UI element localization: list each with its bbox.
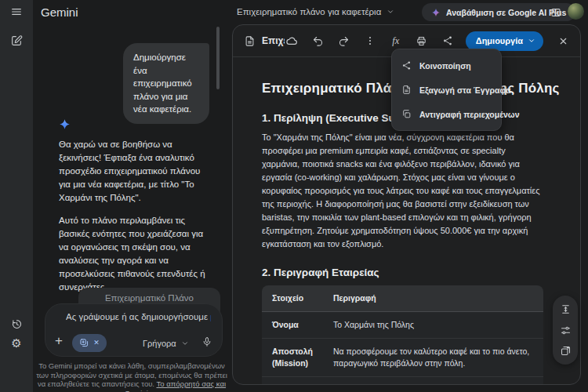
- table-header-row: Στοιχείο Περιγραφή: [262, 285, 543, 312]
- table-row-label: Αποστολή (Mission): [262, 339, 323, 377]
- cloud-save-button[interactable]: [285, 33, 300, 49]
- redo-button[interactable]: [336, 33, 352, 49]
- share-icon: [401, 60, 412, 71]
- text-length-icon: [560, 303, 572, 315]
- share-icon: [442, 35, 453, 46]
- cloud-icon: [285, 34, 299, 48]
- print-button[interactable]: [414, 33, 430, 49]
- share-menu: Κοινοποίηση Εξαγωγή στα Έγγραφα Αντιγραφ…: [391, 49, 502, 131]
- doc-paragraph: Το "Χαρμάνι της Πόλης" είναι μια νέα, σύ…: [262, 131, 543, 251]
- chevron-down-icon: [387, 8, 394, 16]
- more-vert-icon: [365, 35, 376, 46]
- redo-icon: [338, 35, 350, 47]
- docs-file-icon: [401, 85, 412, 95]
- app-logo: Gemini: [41, 5, 78, 19]
- response-paragraph: Θα χαρώ να σε βοηθήσω να ξεκινήσεις! Έφτ…: [59, 138, 212, 205]
- conversation-title-dropdown[interactable]: Επιχειρηματικό πλάνο για καφετέρια: [237, 0, 394, 24]
- canvas-icon: [79, 338, 89, 348]
- archive-button[interactable]: [548, 5, 564, 20]
- chevron-down-icon: [181, 339, 189, 347]
- mic-button[interactable]: [198, 333, 216, 350]
- undo-button[interactable]: [310, 33, 326, 49]
- close-canvas-button[interactable]: [555, 33, 571, 49]
- adjust-length-button[interactable]: [558, 303, 572, 317]
- canvas-title: Επιχειρηματικό Πλάνο...: [262, 35, 285, 46]
- fx-icon: fx: [392, 35, 399, 47]
- canvas-edit-toolbar: [553, 296, 578, 365]
- create-button-label: Δημιουργία: [476, 36, 523, 45]
- refine-button[interactable]: fx: [388, 33, 404, 49]
- menu-item-copy-contents[interactable]: Αντιγραφή περιεχομένων: [392, 102, 501, 126]
- more-options-button[interactable]: [362, 33, 378, 49]
- gemini-app: ⚙ Gemini Επιχειρηματικό πλάνο για καφετέ…: [0, 0, 588, 392]
- model-sparkle-icon: [59, 118, 71, 130]
- hamburger-icon: [10, 5, 23, 18]
- history-icon: [11, 318, 23, 330]
- table-row-value: Να επεκταθούμε σε 5 σημεία πώλησης εντός…: [323, 377, 543, 385]
- table-header-cell: Περιγραφή: [323, 285, 543, 312]
- tune-button[interactable]: [558, 323, 572, 337]
- gear-icon: ⚙: [11, 337, 21, 349]
- new-chat-button[interactable]: [8, 32, 25, 49]
- gemini-sparkle-icon: [431, 8, 441, 17]
- document-icon: [244, 35, 256, 47]
- prompt-input[interactable]: [66, 312, 211, 321]
- table-row-value: Να προσφέρουμε τον καλύτερο καφέ και το …: [323, 339, 543, 377]
- history-button[interactable]: [8, 315, 25, 332]
- nav-rail: ⚙: [0, 0, 33, 392]
- model-mode-label: Γρήγορα: [143, 339, 176, 348]
- table-header-cell: Στοιχείο: [262, 285, 323, 312]
- table-row: Αποστολή (Mission) Να προσφέρουμε τον κα…: [262, 339, 543, 377]
- tune-icon: [560, 325, 572, 336]
- top-bar: Gemini Επιχειρηματικό πλάνο για καφετέρι…: [33, 0, 588, 24]
- close-icon: [558, 36, 568, 46]
- share-button[interactable]: [440, 33, 456, 49]
- main-menu-button[interactable]: [8, 3, 25, 20]
- company-table: Στοιχείο Περιγραφή Όνομα Το Χαρμάνι της …: [262, 285, 543, 384]
- suggest-edits-button[interactable]: [558, 344, 572, 358]
- printer-icon: [416, 35, 427, 47]
- account-avatar[interactable]: [568, 3, 584, 20]
- chat-scrollbar[interactable]: [216, 27, 220, 89]
- disclaimer: Το Gemini μπορεί να κάνει λάθη, συμπεριλ…: [34, 361, 229, 392]
- table-row-label: Όνομα: [262, 312, 323, 339]
- prompt-composer: [45, 303, 223, 357]
- settings-button[interactable]: ⚙: [8, 334, 25, 351]
- doc-section-heading: 2. Περιγραφή Εταιρείας: [262, 267, 543, 278]
- archive-icon: [550, 6, 562, 19]
- mic-icon: [201, 336, 212, 347]
- user-message-bubble: Δημιούργησε ένα επιχειρηματικό πλάνο για…: [123, 43, 209, 124]
- model-response: Θα χαρώ να σε βοηθήσω να ξεκινήσεις! Έφτ…: [59, 138, 212, 294]
- compose-icon: [10, 34, 23, 47]
- model-mode-dropdown[interactable]: Γρήγορα: [143, 334, 189, 352]
- chevron-down-icon: [528, 37, 535, 45]
- response-paragraph: Αυτό το πλάνο περιλαμβάνει τις βασικές ε…: [59, 214, 212, 294]
- conversation-title: Επιχειρηματικό πλάνο για καφετέρια: [237, 7, 381, 16]
- undo-icon: [312, 35, 324, 47]
- canvas-tool-chip[interactable]: ✕: [72, 334, 107, 352]
- edit-document-icon: [560, 345, 572, 357]
- menu-item-export-docs[interactable]: Εξαγωγή στα Έγγραφα: [392, 78, 501, 102]
- table-row: Όραμα (Vision) Να επεκταθούμε σε 5 σημεί…: [262, 377, 543, 385]
- menu-item-share[interactable]: Κοινοποίηση: [392, 53, 501, 78]
- add-attachment-button[interactable]: +: [50, 332, 67, 350]
- canvas-actions: fx Δημιουργία: [285, 31, 571, 51]
- chip-close-icon[interactable]: ✕: [93, 339, 100, 347]
- table-row: Όνομα Το Χαρμάνι της Πόλης: [262, 312, 543, 339]
- table-row-value: Το Χαρμάνι της Πόλης: [323, 312, 543, 339]
- table-row-label: Όραμα (Vision): [262, 377, 323, 385]
- copy-icon: [401, 109, 412, 119]
- create-button[interactable]: Δημιουργία: [466, 31, 543, 51]
